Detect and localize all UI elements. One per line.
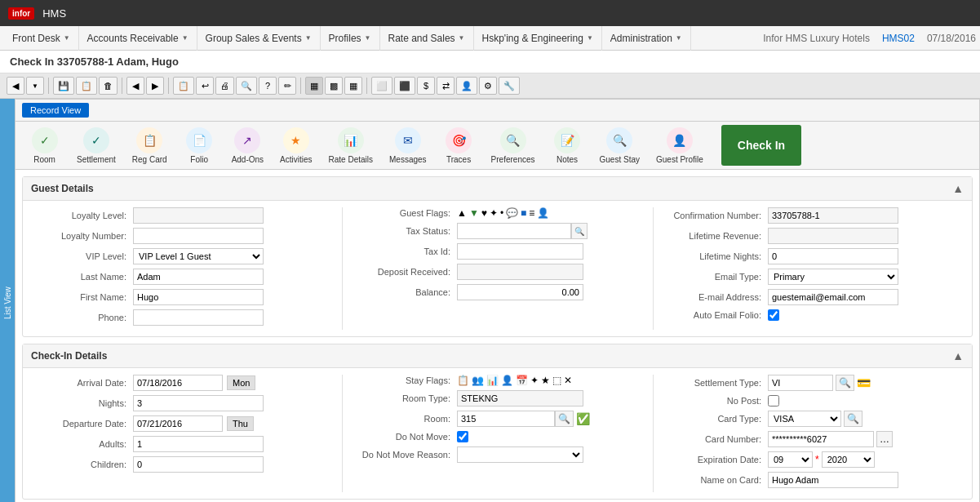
save-button[interactable]: 💾	[53, 77, 74, 95]
children-label: Children:	[35, 460, 133, 469]
deposit-input[interactable]	[457, 264, 583, 280]
vip-level-select[interactable]: VIP Level 1 Guest	[133, 248, 264, 264]
tab-regcard[interactable]: 📋 Reg Card	[126, 126, 174, 166]
tab-ratedetails[interactable]: 📊 Rate Details	[322, 126, 379, 166]
stay-flag3-icon: 📊	[486, 375, 499, 386]
undo-button[interactable]: ↩	[196, 77, 214, 95]
first-name-input[interactable]	[133, 289, 264, 305]
zoom-button[interactable]: 🔍	[236, 77, 257, 95]
card-type-search-button[interactable]: 🔍	[844, 411, 862, 427]
phone-input[interactable]	[133, 309, 264, 326]
nights-input[interactable]	[133, 395, 264, 411]
departure-date-input[interactable]	[133, 415, 223, 432]
nav-item-admin[interactable]: Administration ▼	[602, 26, 691, 51]
do-not-move-reason-label: Do Not Move Reason:	[359, 450, 457, 460]
stay-flag6-icon: ✦	[530, 375, 539, 386]
nav-item-ratesales[interactable]: Rate and Sales ▼	[380, 26, 474, 51]
do-not-move-checkbox[interactable]	[457, 431, 468, 442]
no-post-checkbox[interactable]	[768, 395, 779, 406]
view2-button[interactable]: ▩	[325, 77, 343, 95]
user-link[interactable]: HMS02	[882, 33, 915, 44]
do-not-move-reason-select[interactable]	[457, 446, 583, 463]
room-input[interactable]	[457, 411, 555, 427]
checkin-button[interactable]: Check In	[721, 125, 801, 166]
email-type-select[interactable]: Primary	[768, 269, 898, 285]
tab-preferences[interactable]: 🔍 Preferences	[485, 126, 542, 166]
nav-item-frontdesk[interactable]: Front Desk ▼	[4, 26, 79, 51]
loyalty-level-input[interactable]	[133, 207, 264, 224]
list-view-tab[interactable]: List View	[0, 99, 15, 502]
folio-icon: 📄	[186, 127, 212, 153]
tab-activities[interactable]: ★ Activities	[273, 126, 318, 166]
guest-flags-row: Guest Flags: ▲ ▼ ♥ ✦ • 💬 ■ ≡ 👤	[359, 207, 649, 219]
name-on-card-input[interactable]	[768, 472, 898, 488]
copy-button[interactable]: 📋	[76, 77, 97, 95]
tax-id-input[interactable]	[457, 243, 583, 260]
wrench-button[interactable]: 🔧	[499, 77, 520, 95]
tax-status-input[interactable]	[457, 223, 571, 239]
card-number-input[interactable]	[768, 431, 874, 447]
filter2-button[interactable]: ⬛	[394, 77, 415, 95]
balance-row: Balance:	[359, 284, 649, 300]
dollar-button[interactable]: $	[417, 77, 435, 95]
tab-addons[interactable]: ↗ Add-Ons	[225, 126, 270, 166]
delete-button[interactable]: 🗑	[99, 77, 118, 95]
person-button[interactable]: 👤	[456, 77, 477, 95]
settlement-type-input[interactable]	[768, 375, 833, 391]
room-type-input[interactable]	[457, 390, 583, 406]
help-button[interactable]: ?	[259, 77, 277, 95]
phone-row: Phone:	[35, 309, 338, 326]
expiration-year-select[interactable]: 2020	[822, 451, 875, 468]
collapse-checkin-button[interactable]: ▲	[952, 349, 964, 362]
tab-notes[interactable]: 📝 Notes	[545, 126, 590, 166]
adults-input[interactable]	[133, 436, 264, 452]
tax-status-search-button[interactable]: 🔍	[571, 223, 588, 239]
lifetime-revenue-input[interactable]	[768, 228, 898, 244]
transfer-button[interactable]: ⇄	[437, 77, 455, 95]
filter1-button[interactable]: ⬜	[371, 77, 392, 95]
confirmation-input[interactable]	[768, 207, 898, 224]
record-view-button[interactable]: Record View	[22, 103, 89, 118]
settings-button[interactable]: ⚙	[479, 77, 497, 95]
next-record-button[interactable]: ▶	[146, 77, 164, 95]
auto-email-folio-checkbox[interactable]	[768, 309, 779, 321]
last-name-input[interactable]	[133, 269, 264, 285]
loyalty-number-input[interactable]	[133, 228, 264, 244]
view1-button[interactable]: ▦	[305, 77, 323, 95]
back-button[interactable]: ◀	[7, 77, 24, 95]
tab-room[interactable]: ✓ Room	[22, 126, 67, 166]
prev-record-button[interactable]: ◀	[126, 77, 144, 95]
room-search-button[interactable]: 🔍	[555, 411, 574, 427]
dropdown-arrow-button[interactable]: ▼	[26, 77, 44, 95]
guest-flags-label: Guest Flags:	[359, 208, 457, 218]
print-button[interactable]: 🖨	[215, 77, 234, 95]
chevron-down-icon: ▼	[587, 34, 593, 42]
tab-settlement[interactable]: ✓ Settlement	[70, 126, 122, 166]
card-number-action-button[interactable]: …	[876, 431, 893, 447]
tab-guestprofile[interactable]: 👤 Guest Profile	[650, 126, 710, 166]
expiration-month-select[interactable]: 09	[768, 451, 813, 468]
nav-item-hskp[interactable]: Hskp'ing & Engineering ▼	[474, 26, 602, 51]
collapse-guest-button[interactable]: ▲	[952, 182, 964, 195]
tab-messages[interactable]: ✉ Messages	[383, 126, 433, 166]
settlement-search-button[interactable]: 🔍	[836, 375, 854, 391]
confirmation-label: Confirmation Number:	[670, 211, 768, 220]
lifetime-nights-input[interactable]	[768, 248, 898, 264]
email-address-input[interactable]	[768, 289, 898, 305]
tab-folio[interactable]: 📄 Folio	[177, 126, 222, 166]
children-input[interactable]	[133, 456, 264, 473]
copy2-button[interactable]: 📋	[173, 77, 194, 95]
tab-gueststay[interactable]: 🔍 Guest Stay	[593, 126, 646, 166]
arrival-date-input[interactable]	[133, 375, 223, 391]
view3-button[interactable]: ▦	[344, 77, 362, 95]
card-type-row: Card Type: VISA 🔍	[670, 411, 960, 427]
card-type-group: VISA 🔍	[768, 411, 862, 427]
checkin-col1: Arrival Date: Mon Nights: Departure Date…	[31, 375, 342, 492]
edit-button[interactable]: ✏	[278, 77, 296, 95]
nav-item-profiles[interactable]: Profiles ▼	[321, 26, 380, 51]
nav-item-ar[interactable]: Accounts Receivable ▼	[79, 26, 197, 51]
balance-input[interactable]	[457, 284, 583, 300]
tab-traces[interactable]: 🎯 Traces	[437, 126, 481, 166]
card-type-select[interactable]: VISA	[768, 411, 841, 427]
nav-item-groupsales[interactable]: Group Sales & Events ▼	[197, 26, 321, 51]
